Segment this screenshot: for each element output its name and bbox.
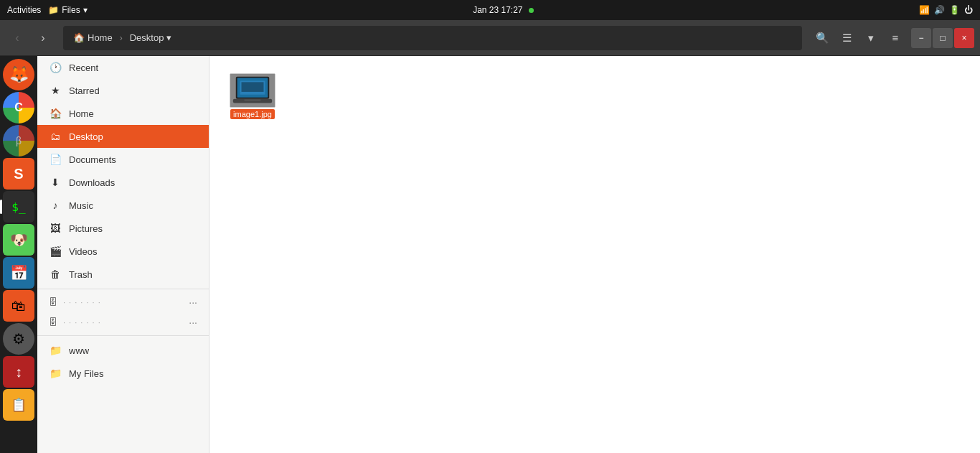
network-icon: 📶 <box>919 5 930 15</box>
chromium-icon: C <box>14 101 23 114</box>
dock-appstore[interactable]: 🛍 <box>3 290 34 322</box>
network-drive-icon-2: 🗄 <box>49 317 57 327</box>
chevron-down-icon: ▾ <box>83 5 88 15</box>
sidebar-item-myfiles[interactable]: 📁 My Files <box>37 362 209 385</box>
trash-icon: 🗑 <box>49 268 62 280</box>
network-drive-icon: 🗄 <box>49 297 57 307</box>
sidebar-item-downloads[interactable]: ⬇ Downloads <box>37 171 209 194</box>
sidebar-item-desktop[interactable]: 🗂 Desktop <box>37 125 209 148</box>
sidebar-item-documents[interactable]: 📄 Documents <box>37 148 209 171</box>
breadcrumb: 🏠 Home › Desktop ▾ <box>63 26 802 50</box>
sidebar-item-home[interactable]: 🏠 Home <box>37 102 209 125</box>
dock-calendar[interactable]: 📅 <box>3 257 34 289</box>
dock-filezilla[interactable]: ↕ <box>3 356 34 388</box>
dock-chrome-dev[interactable]: β <box>3 125 34 157</box>
firefox-icon: 🦊 <box>9 65 29 84</box>
settings-icon: ⚙ <box>12 330 25 347</box>
recent-icon: 🕐 <box>49 62 62 73</box>
myfiles-icon: 📁 <box>49 368 62 379</box>
appstore-icon: 🛍 <box>11 298 26 314</box>
close-button[interactable]: × <box>954 28 974 48</box>
music-icon: ♪ <box>49 200 62 211</box>
desktop-icon: 🗂 <box>49 131 62 142</box>
file-thumbnail <box>230 73 275 108</box>
sidebar-item-starred[interactable]: ★ Starred <box>37 79 209 102</box>
battery-icon: 🔋 <box>949 5 960 15</box>
downloads-icon: ⬇ <box>49 177 62 188</box>
www-icon: 📁 <box>49 345 62 356</box>
dock-gimp[interactable]: 🐶 <box>3 224 34 256</box>
sublime-icon: S <box>14 166 23 182</box>
content-area: 🦊 C β S $_ 🐶 📅 🛍 ⚙ <box>0 56 980 453</box>
file-area: image1.jpg <box>209 56 980 453</box>
svg-rect-6 <box>242 82 264 92</box>
sidebar-item-www[interactable]: 📁 www <box>37 339 209 362</box>
window-controls: − □ × <box>911 28 974 48</box>
chrome-dev-icon: β <box>16 135 22 146</box>
dock-notes[interactable]: 📋 <box>3 389 34 421</box>
folder-icon: 📁 <box>48 5 59 15</box>
file-item-image1[interactable]: image1.jpg <box>224 70 281 122</box>
videos-icon: 🎬 <box>49 246 62 257</box>
maximize-button[interactable]: □ <box>933 28 953 48</box>
documents-icon: 📄 <box>49 154 62 165</box>
dock-sublime[interactable]: S <box>3 158 34 190</box>
sort-button[interactable]: ▾ <box>859 27 882 50</box>
view-options-button[interactable]: ☰ <box>835 27 858 50</box>
sound-icon: 🔊 <box>934 5 945 15</box>
breadcrumb-home[interactable]: 🏠 Home <box>69 31 117 45</box>
notes-icon: 📋 <box>11 397 27 413</box>
sidebar-item-pictures[interactable]: 🖼 Pictures <box>37 217 209 240</box>
back-button[interactable]: ‹ <box>6 27 29 50</box>
toolbar: ‹ › 🏠 Home › Desktop ▾ 🔍 ☰ ▾ ≡ − □ × <box>0 20 980 56</box>
files-menu[interactable]: 📁 Files ▾ <box>48 5 87 15</box>
svg-rect-4 <box>244 100 260 101</box>
menu-button[interactable]: ≡ <box>884 27 907 50</box>
sidebar-item-recent[interactable]: 🕐 Recent <box>37 56 209 79</box>
starred-icon: ★ <box>49 85 62 96</box>
pictures-icon: 🖼 <box>49 223 62 234</box>
power-icon: ⏻ <box>964 5 973 15</box>
breadcrumb-desktop[interactable]: Desktop ▾ <box>126 31 176 45</box>
files-window: ‹ › 🏠 Home › Desktop ▾ 🔍 ☰ ▾ ≡ − □ × <box>0 20 980 453</box>
sidebar-divider-2 <box>37 335 209 336</box>
sidebar-item-music[interactable]: ♪ Music <box>37 194 209 217</box>
file-thumbnail-svg <box>230 73 275 108</box>
status-dot <box>529 8 534 13</box>
sidebar-item-videos[interactable]: 🎬 Videos <box>37 240 209 263</box>
sidebar-network-item-2[interactable]: 🗄 · · · · · · · ··· <box>37 312 209 332</box>
chevron-down-icon: ▾ <box>166 32 171 43</box>
activities-button[interactable]: Activities <box>7 5 41 15</box>
search-button[interactable]: 🔍 <box>811 27 834 50</box>
dock-firefox[interactable]: 🦊 <box>3 59 34 90</box>
home-icon: 🏠 <box>49 108 62 119</box>
terminal-icon: $_ <box>11 200 25 214</box>
datetime-label: Jan 23 17:27 <box>473 5 522 15</box>
network-dots-1[interactable]: ··· <box>189 296 197 308</box>
filezilla-icon: ↕ <box>15 364 22 380</box>
breadcrumb-separator: › <box>120 33 123 43</box>
sidebar-network-item-1[interactable]: 🗄 · · · · · · · ··· <box>37 292 209 312</box>
toolbar-right: 🔍 ☰ ▾ ≡ − □ × <box>811 27 974 50</box>
dock-chromium[interactable]: C <box>3 92 34 123</box>
system-bar: Activities 📁 Files ▾ Jan 23 17:27 📶 🔊 🔋 … <box>0 0 980 20</box>
sidebar: 🕐 Recent ★ Starred 🏠 Home 🗂 Desktop 📄 Do… <box>37 56 209 453</box>
dock-settings[interactable]: ⚙ <box>3 323 34 355</box>
forward-button[interactable]: › <box>32 27 55 50</box>
home-icon: 🏠 <box>73 32 85 43</box>
calendar-icon: 📅 <box>10 264 28 281</box>
sidebar-item-trash[interactable]: 🗑 Trash <box>37 263 209 286</box>
network-dots-2[interactable]: ··· <box>189 317 197 328</box>
gimp-icon: 🐶 <box>10 231 28 248</box>
sidebar-divider-1 <box>37 289 209 289</box>
minimize-button[interactable]: − <box>911 28 931 48</box>
dock-terminal[interactable]: $_ <box>3 191 34 223</box>
app-dock: 🦊 C β S $_ 🐶 📅 🛍 ⚙ <box>0 56 37 453</box>
file-name: image1.jpg <box>230 109 275 119</box>
